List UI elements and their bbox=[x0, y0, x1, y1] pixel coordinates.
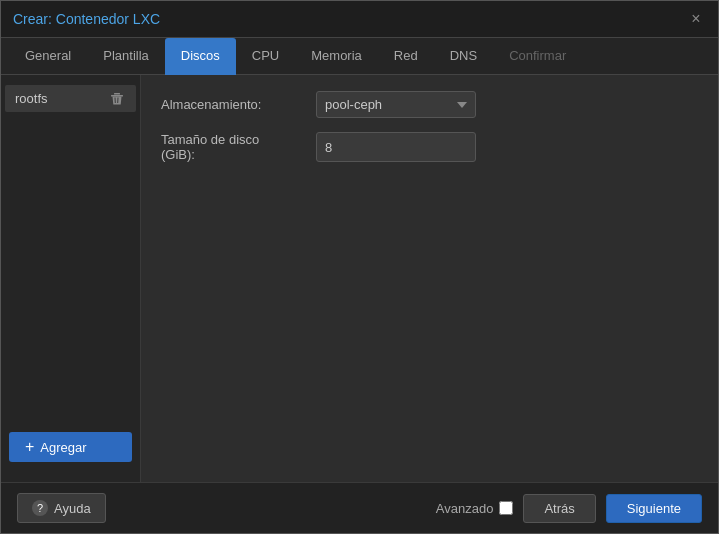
back-button[interactable]: Atrás bbox=[523, 494, 595, 523]
avanzado-checkbox[interactable] bbox=[499, 501, 513, 515]
disk-size-label: Tamaño de disco (GiB): bbox=[161, 132, 316, 162]
sidebar-item-label: rootfs bbox=[15, 91, 48, 106]
dialog-footer: ? Ayuda Avanzado Atrás Siguiente bbox=[1, 482, 718, 533]
footer-left: ? Ayuda bbox=[17, 493, 106, 523]
storage-row: Almacenamiento: pool-ceph local local-lv… bbox=[161, 91, 698, 118]
tab-confirmar: Confirmar bbox=[493, 38, 582, 75]
disk-sidebar: rootfs + Agregar bbox=[1, 75, 141, 482]
tab-bar: General Plantilla Discos CPU Memoria Red… bbox=[1, 38, 718, 75]
plus-icon: + bbox=[25, 439, 34, 455]
delete-disk-button[interactable] bbox=[108, 92, 126, 106]
help-label: Ayuda bbox=[54, 501, 91, 516]
tab-dns[interactable]: DNS bbox=[434, 38, 493, 75]
disk-settings-panel: Almacenamiento: pool-ceph local local-lv… bbox=[141, 75, 718, 482]
tab-plantilla[interactable]: Plantilla bbox=[87, 38, 165, 75]
help-button[interactable]: ? Ayuda bbox=[17, 493, 106, 523]
svg-rect-0 bbox=[111, 95, 123, 97]
avanzado-label: Avanzado bbox=[436, 501, 494, 516]
footer-right: Avanzado Atrás Siguiente bbox=[436, 494, 702, 523]
title-bar: Crear: Contenedor LXC × bbox=[1, 1, 718, 38]
help-icon: ? bbox=[32, 500, 48, 516]
tab-red[interactable]: Red bbox=[378, 38, 434, 75]
content-area: rootfs + Agregar Almacenamiento: bbox=[1, 75, 718, 482]
storage-select[interactable]: pool-ceph local local-lvm bbox=[316, 91, 476, 118]
add-disk-button[interactable]: + Agregar bbox=[9, 432, 132, 462]
tab-cpu[interactable]: CPU bbox=[236, 38, 295, 75]
dialog-title: Crear: Contenedor LXC bbox=[13, 11, 160, 27]
disk-size-input-wrapper: ▲ ▼ bbox=[316, 132, 476, 162]
close-button[interactable]: × bbox=[686, 9, 706, 29]
storage-label: Almacenamiento: bbox=[161, 97, 316, 112]
dialog-container: Crear: Contenedor LXC × General Plantill… bbox=[0, 0, 719, 534]
storage-select-wrapper: pool-ceph local local-lvm bbox=[316, 91, 476, 118]
number-input-container: ▲ ▼ bbox=[316, 132, 476, 162]
add-button-label: Agregar bbox=[40, 440, 86, 455]
avanzado-group: Avanzado bbox=[436, 501, 514, 516]
svg-rect-1 bbox=[114, 93, 120, 95]
sidebar-item-rootfs[interactable]: rootfs bbox=[5, 85, 136, 112]
tab-discos[interactable]: Discos bbox=[165, 38, 236, 75]
disk-size-row: Tamaño de disco (GiB): ▲ ▼ bbox=[161, 132, 698, 162]
next-button[interactable]: Siguiente bbox=[606, 494, 702, 523]
tab-memoria[interactable]: Memoria bbox=[295, 38, 378, 75]
disk-size-input[interactable] bbox=[317, 135, 476, 160]
tab-general[interactable]: General bbox=[9, 38, 87, 75]
trash-icon bbox=[110, 92, 124, 106]
